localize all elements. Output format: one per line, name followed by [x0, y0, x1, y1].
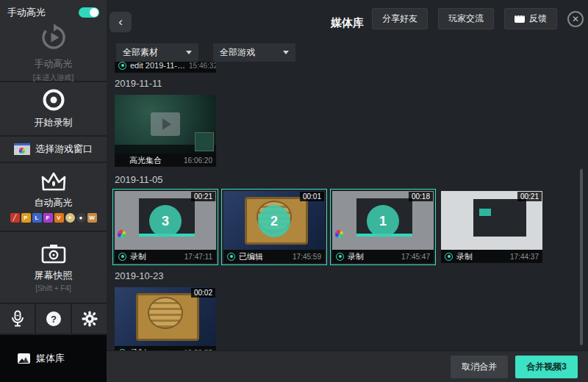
close-icon: ✕	[572, 14, 579, 24]
screenshot-button[interactable]: 屏幕快照 [Shift + F4]	[0, 232, 107, 304]
feedback-label: 反馈	[529, 12, 547, 25]
record-icon	[445, 253, 453, 261]
select-game-window-label: 选择游戏窗口	[35, 143, 93, 156]
duration-badge: 00:01	[300, 192, 324, 201]
pubg-icon[interactable]: P	[21, 213, 31, 223]
play-overlay-icon	[151, 112, 180, 136]
microphone-button[interactable]	[0, 304, 36, 334]
item-time: 16:06:20	[184, 156, 212, 165]
lol-icon[interactable]: L	[32, 213, 42, 223]
dota2-icon[interactable]: ╱	[10, 213, 20, 223]
record-icon	[118, 62, 126, 70]
settings-gear-button[interactable]	[72, 304, 107, 334]
media-caption-bar: 录制 17:47:11	[115, 250, 216, 263]
share-friends-label: 分享好友	[382, 12, 417, 25]
player-community-button[interactable]: 玩家交流	[438, 8, 494, 29]
share-friends-button[interactable]: 分享好友	[372, 8, 428, 29]
duration-badge: 00:02	[191, 288, 215, 298]
start-record-button[interactable]: 开始录制	[0, 82, 107, 137]
date-label: 2019-11-11	[115, 78, 588, 89]
item-caption: 已编辑	[239, 251, 263, 262]
auto-highlight-section[interactable]: 自动高光 ╱PLFV✦●W	[0, 163, 107, 232]
record-icon	[118, 253, 126, 261]
close-button[interactable]: ✕	[567, 11, 584, 27]
material-filter-dropdown[interactable]: 全部素材	[116, 43, 198, 62]
player-community-label: 玩家交流	[448, 12, 484, 25]
media-item[interactable]: 00:21 录制 17:44:37	[439, 189, 545, 265]
warcraft-icon[interactable]: W	[87, 213, 97, 223]
replay-play-icon[interactable]	[38, 22, 69, 53]
scrollbar[interactable]	[580, 169, 583, 345]
item-caption: 录制	[456, 251, 473, 262]
feedback-button[interactable]: 反馈	[504, 8, 557, 29]
clipped-item-caption: edit 2019-11-…	[130, 62, 185, 70]
sidebar-tools-row: ?	[0, 304, 107, 335]
date-label: 2019-11-05	[115, 174, 588, 185]
media-library-tab-label: 媒体库	[36, 352, 65, 365]
media-item[interactable]: 00:18 1 录制 17:45:47	[330, 189, 436, 265]
main-panel: ‹ 媒体库 分享好友 玩家交流 反馈 ✕ 全部素材 全部游戏	[107, 0, 588, 382]
disabled-game-icon[interactable]: ●	[76, 213, 86, 223]
manual-highlight-toggle[interactable]	[79, 7, 99, 18]
app-window: 手动高光 手动高光 [未进入游戏] 开始录制	[0, 0, 588, 382]
media-caption-bar: 录制 17:44:37	[441, 250, 542, 263]
chevron-down-icon	[283, 51, 289, 54]
clipped-item-time: 15:46:32	[189, 62, 216, 70]
duration-badge: 00:21	[517, 192, 542, 201]
media-thumbnail	[115, 95, 216, 154]
manual-highlight-section: 手动高光 手动高光 [未进入游戏]	[0, 0, 107, 82]
item-time: 17:47:11	[184, 253, 212, 261]
material-filter-value: 全部素材	[123, 46, 158, 59]
item-caption: 录制	[130, 251, 146, 262]
chevron-down-icon	[186, 51, 192, 54]
duration-badge: 00:21	[191, 192, 215, 201]
manual-highlight-label: 手动高光	[35, 57, 73, 71]
back-chevron-icon: ‹	[118, 15, 123, 29]
item-time: 17:45:47	[401, 253, 430, 261]
media-library-icon	[18, 353, 30, 364]
fortnite-icon[interactable]: F	[43, 213, 53, 223]
record-icon	[336, 253, 344, 261]
camera-icon	[40, 242, 67, 264]
selection-badge: 3	[149, 205, 182, 237]
footer-bar: 取消合并 合并视频3	[107, 350, 588, 382]
media-item[interactable]: 高光集合 16:06:20	[112, 93, 218, 169]
duration-badge: 00:18	[409, 192, 433, 201]
media-item[interactable]: 00:02 录制 18:50:55	[112, 285, 218, 350]
gold-game-icon[interactable]: ✦	[65, 213, 75, 223]
clipped-media-item[interactable]: edit 2019-11-… 15:46:32	[115, 62, 216, 73]
help-button[interactable]: ?	[36, 304, 72, 334]
media-item[interactable]: 00:21 3 录制 17:47:11	[112, 189, 218, 265]
csgo-icon[interactable]: V	[54, 213, 64, 223]
game-icons-row: ╱PLFV✦●W	[10, 213, 97, 223]
media-caption-bar: 高光集合 16:06:20	[115, 154, 216, 167]
item-caption: 录制	[348, 251, 364, 262]
selection-badge: 1	[367, 205, 399, 237]
game-window-icon	[14, 143, 30, 155]
date-label: 2019-10-23	[115, 270, 588, 281]
game-filter-dropdown[interactable]: 全部游戏	[213, 43, 295, 62]
media-caption-bar: 录制 17:45:47	[332, 250, 434, 263]
crown-icon	[40, 171, 68, 192]
media-item[interactable]: 00:01 2 已编辑 17:45:59	[221, 189, 327, 265]
merge-videos-button[interactable]: 合并视频3	[515, 356, 578, 378]
start-record-label: 开始录制	[35, 116, 73, 129]
game-filter-value: 全部游戏	[220, 46, 255, 59]
cancel-merge-button[interactable]: 取消合并	[451, 356, 508, 378]
item-time: 17:44:37	[510, 253, 539, 261]
media-caption-bar: 已编辑 17:45:59	[223, 250, 325, 263]
media-groups: 2019-11-11 高光集合 16:06:20 2019-11-05 00:2…	[112, 78, 588, 350]
filters-row: 全部素材 全部游戏	[116, 43, 295, 62]
feedback-chat-icon	[514, 15, 525, 23]
manual-highlight-status: [未进入游戏]	[33, 73, 74, 83]
back-button[interactable]: ‹	[110, 12, 132, 32]
selection-badge: 2	[258, 205, 290, 237]
sidebar-tab-media-library[interactable]: 媒体库	[0, 335, 107, 382]
select-game-window-button[interactable]: 选择游戏窗口	[0, 137, 107, 163]
sidebar: 手动高光 手动高光 [未进入游戏] 开始录制	[0, 0, 107, 382]
record-circle-icon	[42, 88, 65, 112]
page-title: 媒体库	[331, 16, 364, 30]
item-time: 17:45:59	[293, 253, 321, 261]
screenshot-hotkey: [Shift + F4]	[35, 284, 71, 292]
media-list: edit 2019-11-… 15:46:32 2019-11-11 高光集合 …	[107, 62, 588, 350]
